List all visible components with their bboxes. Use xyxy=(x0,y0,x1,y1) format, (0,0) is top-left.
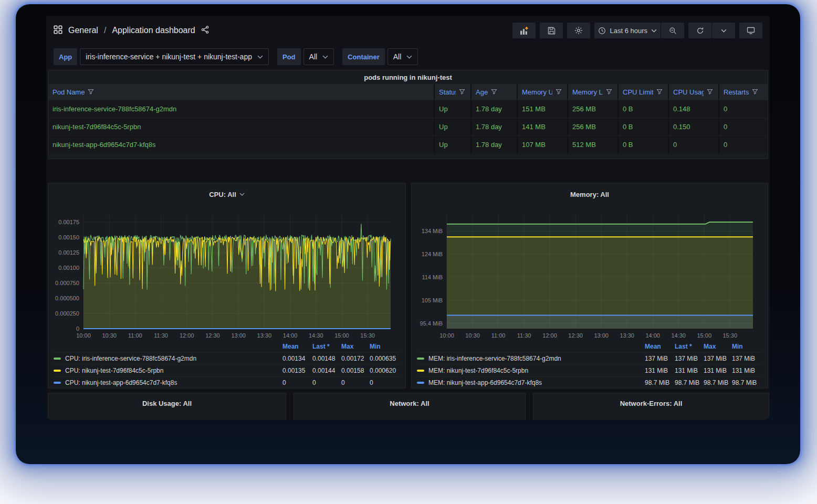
legend-header-mean[interactable]: Mean xyxy=(282,343,312,350)
svg-text:15:30: 15:30 xyxy=(360,332,375,339)
table-cell: Up xyxy=(435,118,472,135)
svg-text:0.000750: 0.000750 xyxy=(55,280,79,286)
filter-icon[interactable] xyxy=(88,89,94,95)
legend-header-min[interactable]: Min xyxy=(370,343,401,350)
dashboards-grid-icon[interactable] xyxy=(54,25,62,36)
series-color-swatch xyxy=(54,370,61,372)
pod-filter-dropdown[interactable]: All xyxy=(303,48,334,65)
series-color-swatch xyxy=(417,358,424,360)
svg-text:124 MiB: 124 MiB xyxy=(422,251,443,257)
breadcrumb-separator: / xyxy=(104,26,106,35)
legend-series-label[interactable]: MEM: iris-inference-service-788fc58674-g… xyxy=(417,355,645,362)
network-errors-panel-title[interactable]: Network-Errors: All xyxy=(533,393,769,410)
kiosk-mode-button[interactable] xyxy=(739,23,762,38)
column-header-restarts[interactable]: Restarts xyxy=(719,84,768,100)
app-filter-dropdown[interactable]: iris-inference-service + nikunj-test + n… xyxy=(80,48,269,65)
legend-series-label[interactable]: CPU: iris-inference-service-788fc58674-g… xyxy=(54,355,282,362)
refresh-button[interactable] xyxy=(688,23,711,38)
legend-header-last[interactable]: Last * xyxy=(312,343,341,350)
legend-header-min[interactable]: Min xyxy=(732,343,763,350)
add-panel-button[interactable] xyxy=(512,23,536,38)
disk-usage-panel-title[interactable]: Disk Usage: All xyxy=(48,393,286,410)
pods-table: Pod NameStatusAgeMemory UsageMemory Limi… xyxy=(48,84,768,153)
svg-text:95.4 MiB: 95.4 MiB xyxy=(420,320,443,327)
table-cell: Up xyxy=(435,100,472,118)
legend-stat-max: 0.00158 xyxy=(341,367,370,374)
legend-header-max[interactable]: Max xyxy=(704,343,732,350)
filter-icon[interactable] xyxy=(752,89,758,95)
legend-header-mean[interactable]: Mean xyxy=(645,343,675,350)
time-controls: Last 6 hours xyxy=(594,23,684,38)
column-header-pod-name[interactable]: Pod Name xyxy=(48,84,435,100)
column-header-memory-limit[interactable]: Memory Limit xyxy=(568,84,619,100)
svg-text:14:00: 14:00 xyxy=(645,332,660,339)
variable-filters: App iris-inference-service + nikunj-test… xyxy=(54,48,418,65)
column-header-cpu-usage[interactable]: CPU Usage xyxy=(669,84,719,100)
breadcrumb: General / Application dashboard xyxy=(54,25,209,36)
app-filter-label: App xyxy=(54,48,77,65)
dashboard-toolbar: Last 6 hours xyxy=(512,23,762,38)
table-cell: 0.150 xyxy=(669,118,719,135)
refresh-interval-dropdown[interactable] xyxy=(712,23,735,38)
legend-stat-max: 98.7 MiB xyxy=(704,379,732,386)
column-header-label: CPU Usage xyxy=(673,88,704,96)
svg-text:14:00: 14:00 xyxy=(283,332,298,339)
column-header-age[interactable]: Age xyxy=(472,84,518,100)
dashboard-settings-button[interactable] xyxy=(567,23,590,38)
pods-table-panel-title[interactable]: pods running in nikunj-test xyxy=(48,70,768,84)
save-dashboard-button[interactable] xyxy=(540,23,563,38)
container-filter: Container All xyxy=(342,48,418,65)
legend-row: CPU: nikunj-test-app-6d9654c7d7-kfq8s000… xyxy=(54,376,401,388)
legend-series-name: MEM: nikunj-test-7d96f84c5c-5rpbn xyxy=(428,367,528,374)
pod-name-cell[interactable]: iris-inference-service-788fc58674-g2mdn xyxy=(48,100,435,118)
legend-header-last[interactable]: Last * xyxy=(675,343,704,350)
grafana-dashboard: General / Application dashboard xyxy=(46,16,770,420)
legend-stat-max: 0.00172 xyxy=(341,355,370,362)
column-header-cpu-limit[interactable]: CPU Limit xyxy=(619,84,669,100)
column-header-status[interactable]: Status xyxy=(435,84,472,100)
legend-stat-max: 131 MiB xyxy=(704,367,732,374)
series-color-swatch xyxy=(417,370,424,372)
legend-stat-mean: 137 MiB xyxy=(645,355,675,362)
legend-stat-max: 137 MiB xyxy=(704,355,732,362)
disk-usage-panel: Disk Usage: All xyxy=(48,393,286,420)
svg-text:0.000250: 0.000250 xyxy=(55,310,79,317)
svg-text:114 MiB: 114 MiB xyxy=(422,274,443,280)
svg-text:14:30: 14:30 xyxy=(671,332,686,339)
column-header-label: Memory Usage xyxy=(522,88,552,96)
chevron-down-icon xyxy=(257,55,263,59)
share-icon[interactable] xyxy=(201,26,209,36)
pod-name-cell[interactable]: nikunj-test-app-6d9654c7d7-kfq8s xyxy=(48,136,435,153)
table-cell: 1.78 day xyxy=(472,136,518,153)
container-filter-dropdown[interactable]: All xyxy=(387,48,418,65)
filter-icon[interactable] xyxy=(656,89,663,95)
filter-icon[interactable] xyxy=(556,89,562,95)
legend-series-label[interactable]: MEM: nikunj-test-app-6d9654c7d7-kfq8s xyxy=(417,379,645,386)
filter-icon[interactable] xyxy=(491,89,497,95)
legend-series-label[interactable]: MEM: nikunj-test-7d96f84c5c-5rpbn xyxy=(417,367,645,374)
series-color-swatch xyxy=(54,358,61,360)
zoom-out-time-button[interactable] xyxy=(661,23,684,38)
network-errors-panel: Network-Errors: All xyxy=(533,393,769,420)
breadcrumb-section[interactable]: General xyxy=(68,26,98,35)
legend-header-max[interactable]: Max xyxy=(341,343,370,350)
chevron-down-icon xyxy=(721,29,727,33)
pod-name-cell[interactable]: nikunj-test-7d96f84c5c-5rpbn xyxy=(48,118,435,135)
legend-series-name: CPU: nikunj-test-app-6d9654c7d7-kfq8s xyxy=(65,379,177,386)
svg-text:105 MiB: 105 MiB xyxy=(422,297,443,303)
filter-icon[interactable] xyxy=(707,89,713,95)
breadcrumb-page-title[interactable]: Application dashboard xyxy=(112,26,195,35)
column-header-memory-usage[interactable]: Memory Usage xyxy=(518,84,568,100)
table-header-row: Pod NameStatusAgeMemory UsageMemory Limi… xyxy=(48,84,768,100)
legend-series-label[interactable]: CPU: nikunj-test-app-6d9654c7d7-kfq8s xyxy=(54,379,282,386)
filter-icon[interactable] xyxy=(459,89,465,95)
legend-series-label[interactable]: CPU: nikunj-test-7d96f84c5c-5rpbn xyxy=(54,367,282,374)
chevron-down-icon xyxy=(406,55,412,59)
time-range-picker[interactable]: Last 6 hours xyxy=(594,23,661,38)
table-cell: 151 MB xyxy=(518,100,568,118)
time-range-label: Last 6 hours xyxy=(610,27,647,35)
filter-icon[interactable] xyxy=(606,89,612,95)
table-cell: 512 MB xyxy=(568,136,619,153)
chevron-down-icon xyxy=(322,55,328,59)
network-panel-title[interactable]: Network: All xyxy=(294,393,525,410)
